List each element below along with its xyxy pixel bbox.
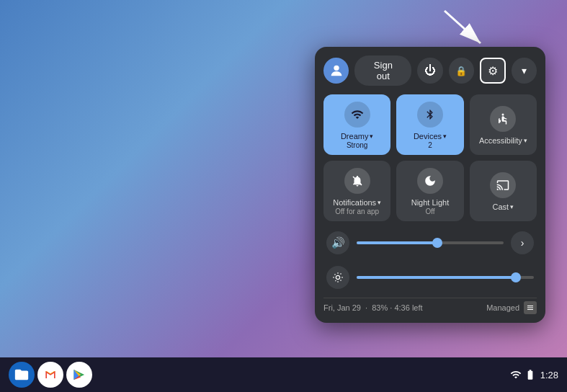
date-label: Fri, Jan 29 <box>323 303 361 312</box>
nightlight-tile[interactable]: Night Light Off <box>396 161 463 221</box>
expand-button[interactable]: ▾ <box>512 58 537 84</box>
svg-point-2 <box>334 66 339 71</box>
volume-button[interactable]: 🔊 <box>326 231 349 254</box>
tiles-grid: Dreamy ▾ Strong Devices ▾ 2 <box>323 94 537 221</box>
gmail-icon <box>43 368 58 382</box>
wifi-icon-wrapper <box>344 102 370 128</box>
nightlight-tile-label: Night Light <box>411 198 450 207</box>
settings-button[interactable]: ⚙ <box>480 58 505 84</box>
taskbar-apps <box>9 362 92 388</box>
play-store-icon <box>72 368 86 382</box>
volume-slider-row: 🔊 › <box>323 228 537 257</box>
cast-tile-label: Cast ▾ <box>493 202 514 211</box>
accessibility-tile[interactable]: Accessibility ▾ <box>470 94 537 155</box>
lock-button[interactable]: 🔒 <box>449 58 474 84</box>
wifi-tile-sub: Strong <box>347 141 367 149</box>
brightness-button[interactable] <box>326 266 349 289</box>
wifi-tile[interactable]: Dreamy ▾ Strong <box>323 94 390 155</box>
quick-settings-panel: Sign out ⏻ 🔒 ⚙ ▾ <box>315 47 545 323</box>
avatar <box>323 58 349 84</box>
bluetooth-tile-label: Devices ▾ <box>414 132 447 141</box>
bluetooth-tile[interactable]: Devices ▾ 2 <box>396 94 463 155</box>
nightlight-tile-sub: Off <box>425 208 434 215</box>
chevron-right-icon: › <box>521 237 524 249</box>
taskbar-status: 1:28 <box>510 369 558 380</box>
settings-icon: ⚙ <box>488 64 498 78</box>
accessibility-tile-label: Accessibility ▾ <box>479 136 527 145</box>
brightness-slider-fill <box>357 276 516 279</box>
svg-point-3 <box>502 114 504 116</box>
svg-line-1 <box>445 11 481 43</box>
top-row: Sign out ⏻ 🔒 ⚙ ▾ <box>323 55 537 86</box>
folder-icon <box>14 367 30 383</box>
wifi-status-icon <box>510 369 522 380</box>
taskbar: 1:28 <box>0 357 567 392</box>
brightness-slider-thumb <box>511 272 521 282</box>
notifications-tile-label: Notifications ▾ <box>333 198 381 207</box>
nightlight-icon-wrapper <box>417 168 443 194</box>
bottom-info-row: Fri, Jan 29 · 83% · 4:36 left Managed <box>323 298 537 314</box>
nightlight-icon <box>424 174 437 187</box>
cast-tile[interactable]: Cast ▾ <box>470 161 537 221</box>
date-battery-info: Fri, Jan 29 · 83% · 4:36 left <box>323 303 423 312</box>
managed-info: Managed <box>486 301 537 314</box>
accessibility-icon <box>496 112 509 125</box>
battery-label: 83% · 4:36 left <box>372 303 422 312</box>
sign-out-button[interactable]: Sign out <box>354 55 411 86</box>
battery-status-icon <box>524 369 536 380</box>
desktop-background: Sign out ⏻ 🔒 ⚙ ▾ <box>0 0 567 392</box>
bluetooth-chevron: ▾ <box>443 133 447 140</box>
volume-expand-button[interactable]: › <box>511 231 534 254</box>
bluetooth-icon <box>424 109 436 120</box>
cast-icon <box>496 179 509 192</box>
status-icons <box>510 369 536 380</box>
brightness-slider-row <box>323 263 537 292</box>
chevron-down-icon: ▾ <box>522 65 527 76</box>
volume-icon: 🔊 <box>331 236 345 249</box>
power-button[interactable]: ⏻ <box>417 58 442 84</box>
brightness-slider-track[interactable] <box>357 276 534 279</box>
volume-slider-track[interactable] <box>357 241 504 244</box>
cast-chevron: ▾ <box>510 203 514 210</box>
volume-slider-fill <box>357 241 437 244</box>
wifi-icon <box>351 108 364 121</box>
time-display: 1:28 <box>540 370 558 380</box>
notifications-off-icon <box>351 174 364 187</box>
taskbar-app-play[interactable] <box>66 362 92 388</box>
lock-icon: 🔒 <box>455 66 467 76</box>
notifications-tile-sub: Off for an app <box>335 208 379 215</box>
bluetooth-tile-sub: 2 <box>428 141 432 149</box>
wifi-chevron: ▾ <box>370 133 373 140</box>
wifi-tile-label: Dreamy ▾ <box>341 132 374 141</box>
cast-icon-wrapper <box>490 172 516 198</box>
notifications-tile[interactable]: Notifications ▾ Off for an app <box>323 161 390 221</box>
notifications-chevron: ▾ <box>378 199 381 206</box>
taskbar-app-files[interactable] <box>9 362 35 388</box>
accessibility-chevron: ▾ <box>524 137 527 144</box>
power-icon: ⏻ <box>424 64 436 77</box>
managed-label: Managed <box>486 303 519 312</box>
taskbar-app-gmail[interactable] <box>37 362 63 388</box>
accessibility-icon-wrapper <box>490 106 516 132</box>
managed-icon <box>524 301 537 314</box>
notifications-icon-wrapper <box>344 168 370 194</box>
bluetooth-icon-wrapper <box>417 102 443 128</box>
brightness-icon <box>332 272 344 283</box>
volume-slider-thumb <box>432 238 442 248</box>
